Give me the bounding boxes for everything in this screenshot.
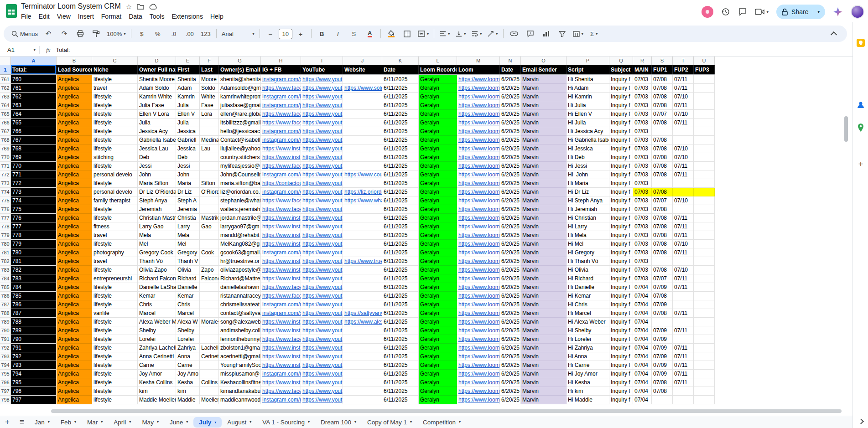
grid-cell[interactable]: https://www.loom bbox=[457, 188, 500, 196]
grid-cell[interactable]: Inquiry f bbox=[609, 119, 633, 127]
grid-cell[interactable]: 797 bbox=[11, 396, 57, 404]
chevron-down-icon[interactable]: ▾ bbox=[354, 420, 356, 424]
grid-cell[interactable]: https://www.loom bbox=[457, 266, 500, 274]
column-header-G[interactable]: G bbox=[219, 57, 261, 65]
grid-cell[interactable]: First bbox=[176, 65, 200, 74]
grid-cell[interactable]: 6/11/2025 bbox=[382, 136, 419, 144]
grid-cell[interactable]: Angelica bbox=[57, 214, 92, 222]
menu-data[interactable]: Data bbox=[125, 11, 146, 21]
grid-cell[interactable]: 07/11 bbox=[673, 170, 694, 179]
grid-cell[interactable]: Lora bbox=[200, 110, 219, 119]
grid-cell[interactable]: Marvin bbox=[521, 101, 567, 110]
grid-cell[interactable]: https://www.yout bbox=[301, 162, 343, 170]
grid-cell[interactable]: Marvin bbox=[521, 283, 567, 292]
grid-cell[interactable]: 6/11/2025 bbox=[382, 162, 419, 170]
grid-cell[interactable]: Geralyn bbox=[419, 309, 457, 318]
grid-cell[interactable] bbox=[343, 266, 382, 274]
grid-cell[interactable]: 6/11/2025 bbox=[382, 93, 419, 101]
grid-cell[interactable]: Marvin bbox=[521, 378, 567, 387]
move-folder-icon[interactable] bbox=[137, 4, 144, 10]
grid-cell[interactable]: https://www.yout bbox=[301, 205, 343, 214]
grid-cell[interactable]: maria.sifton@ba bbox=[219, 179, 261, 188]
grid-cell[interactable]: Angelica bbox=[57, 110, 92, 119]
grid-cell[interactable]: Last bbox=[200, 65, 219, 74]
grid-cell[interactable]: Angelica bbox=[57, 170, 92, 179]
grid-cell[interactable]: https://www.yout bbox=[301, 144, 343, 153]
grid-cell[interactable]: Gregory Cook bbox=[138, 248, 176, 257]
star-icon[interactable]: ☆ bbox=[126, 3, 132, 10]
grid-cell[interactable]: Angelica bbox=[57, 119, 92, 127]
grid-cell[interactable]: Hi kim bbox=[567, 387, 609, 396]
grid-cell[interactable] bbox=[694, 248, 715, 257]
row-header[interactable]: 787 bbox=[0, 300, 11, 309]
grid-cell[interactable]: Carrie bbox=[176, 361, 200, 370]
menu-format[interactable]: Format bbox=[98, 11, 125, 21]
grid-cell[interactable]: zbolston1@gma bbox=[219, 344, 261, 352]
grid-cell[interactable]: https://www.face bbox=[261, 196, 301, 205]
grid-cell[interactable]: juliasfase@gmai bbox=[219, 101, 261, 110]
grid-cell[interactable]: 07/03 bbox=[633, 110, 652, 119]
grid-cell[interactable]: Marvin bbox=[521, 93, 567, 101]
grid-cell[interactable]: Maddie bbox=[176, 396, 200, 404]
grid-cell[interactable]: 07/03 bbox=[633, 231, 652, 240]
row-header[interactable]: 782 bbox=[0, 257, 11, 266]
grid-cell[interactable]: 6/20/25 bbox=[500, 93, 521, 101]
grid-cell[interactable]: Hi Shelby bbox=[567, 326, 609, 335]
grid-cell[interactable]: Geralyn bbox=[419, 378, 457, 387]
column-header-M[interactable]: M bbox=[457, 57, 500, 65]
grid-cell[interactable]: 6/20/25 bbox=[500, 196, 521, 205]
grid-cell[interactable] bbox=[694, 144, 715, 153]
grid-cell[interactable]: daniellelashawn bbox=[219, 283, 261, 292]
grid-cell[interactable]: Marvin bbox=[521, 248, 567, 257]
grid-cell[interactable]: 07/08 bbox=[652, 136, 673, 144]
grid-cell[interactable]: 764 bbox=[11, 110, 57, 119]
grid-cell[interactable]: Kamrin White bbox=[138, 93, 176, 101]
grid-cell[interactable]: 07/11 bbox=[673, 248, 694, 257]
grid-cell[interactable]: Hi Larry bbox=[567, 222, 609, 231]
grid-cell[interactable]: https://www.true bbox=[343, 257, 382, 266]
grid-cell[interactable]: 771 bbox=[11, 170, 57, 179]
grid-cell[interactable] bbox=[200, 240, 219, 248]
insert-chart-button[interactable] bbox=[538, 28, 554, 40]
grid-cell[interactable]: Mastrile bbox=[200, 214, 219, 222]
fill-color-button[interactable] bbox=[384, 28, 399, 40]
grid-cell[interactable]: travel bbox=[92, 231, 138, 240]
grid-cell[interactable]: Hi Jessica bbox=[567, 144, 609, 153]
grid-cell[interactable]: https://www.loom bbox=[457, 257, 500, 266]
grid-cell[interactable]: https://www.yout bbox=[301, 352, 343, 361]
grid-cell[interactable]: 6/20/25 bbox=[500, 378, 521, 387]
grid-cell[interactable]: https://www.face bbox=[261, 387, 301, 396]
grid-cell[interactable]: 6/11/2025 bbox=[382, 84, 419, 93]
grid-cell[interactable]: Hi Deb bbox=[567, 153, 609, 162]
row-header[interactable]: 774 bbox=[0, 188, 11, 196]
grid-cell[interactable]: 07/11 bbox=[673, 84, 694, 93]
document-title[interactable]: Terminator Loom System CRM bbox=[21, 2, 121, 10]
grid-cell[interactable]: Marvin bbox=[521, 222, 567, 231]
grid-cell[interactable] bbox=[200, 119, 219, 127]
grid-cell[interactable]: Richard bbox=[176, 274, 200, 283]
sheet-tab-june[interactable]: June▾ bbox=[164, 416, 193, 428]
grid-cell[interactable]: 6/20/25 bbox=[500, 136, 521, 144]
grid-cell[interactable]: Angelica bbox=[57, 387, 92, 396]
grid-cell[interactable]: Hi Adam bbox=[567, 84, 609, 93]
grid-cell[interactable] bbox=[694, 326, 715, 335]
grid-cell[interactable]: Mel bbox=[138, 240, 176, 248]
row-header[interactable]: 776 bbox=[0, 205, 11, 214]
grid-cell[interactable]: Inquiry f bbox=[609, 136, 633, 144]
grid-cell[interactable]: Angelica bbox=[57, 222, 92, 231]
grid-cell[interactable]: instagram.com/s bbox=[261, 309, 301, 318]
grid-cell[interactable]: 6/11/2025 bbox=[382, 214, 419, 222]
grid-cell[interactable]: 07/07 bbox=[652, 196, 673, 205]
grid-cell[interactable]: Olivia Zapo bbox=[138, 266, 176, 274]
grid-cell[interactable]: hr@truestrive.or bbox=[219, 257, 261, 266]
grid-cell[interactable]: https://liz.oriorda bbox=[343, 188, 382, 196]
format-percent-button[interactable]: % bbox=[150, 28, 166, 40]
grid-cell[interactable]: https://contactou bbox=[261, 179, 301, 188]
grid-cell[interactable]: Marvin bbox=[521, 127, 567, 136]
grid-cell[interactable]: Hi Kamrin bbox=[567, 93, 609, 101]
paint-format-button[interactable] bbox=[88, 28, 104, 40]
grid-cell[interactable]: 765 bbox=[11, 119, 57, 127]
grid-cell[interactable]: kim bbox=[138, 387, 176, 396]
grid-cell[interactable]: https://www.yout bbox=[301, 309, 343, 318]
grid-cell[interactable]: https://www.loom bbox=[457, 309, 500, 318]
